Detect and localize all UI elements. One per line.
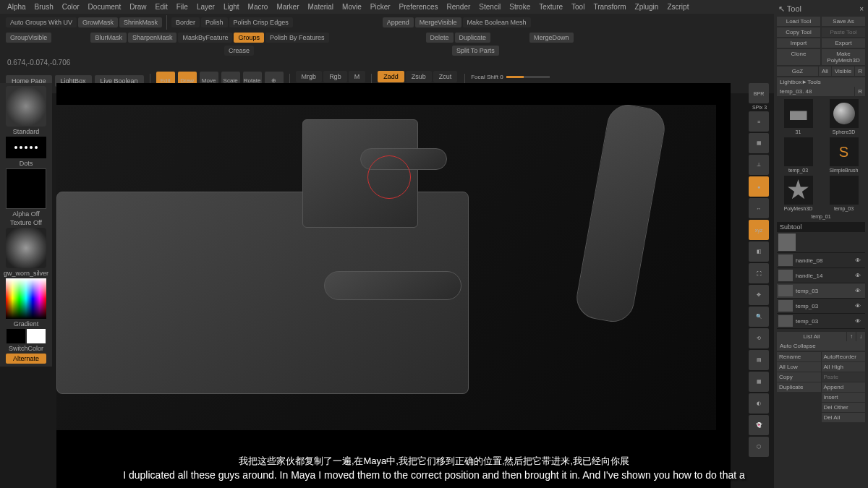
thumb-polymesh[interactable]: PolyMesh3D [777,176,820,211]
export-btn[interactable]: Export [822,38,865,48]
menu-render[interactable]: Render [447,3,471,11]
menu-zscript[interactable]: Zscript [667,3,689,11]
arrow-down-icon[interactable]: ↓ [856,332,865,341]
menu-edit[interactable]: Edit [156,3,168,11]
menu-movie[interactable]: Movie [342,3,362,11]
thumb-simplebrush[interactable]: SSimpleBrush [822,137,865,173]
subtool-item[interactable]: temp_03👁 [777,283,865,299]
ghost-icon[interactable]: 👻 [749,415,769,435]
close-icon[interactable]: × [859,5,864,13]
menu-color[interactable]: Color [62,3,80,11]
all-high[interactable]: All High [822,362,866,372]
goz-all[interactable]: All [819,67,831,76]
menu-document[interactable]: Document [88,3,122,11]
floor-icon[interactable]: ⊥ [749,155,769,175]
all-low[interactable]: All Low [777,362,821,372]
goz[interactable]: GoZ [777,67,818,76]
color-picker[interactable] [6,278,46,319]
polish-by-features[interactable]: Polish By Features [265,33,329,43]
auto-collapse[interactable]: Auto Collapse [777,341,865,351]
material-preview[interactable] [6,228,46,268]
append[interactable]: Append [383,17,414,27]
visibility-icon[interactable]: 👁 [855,303,864,309]
zcut[interactable]: Zcut [433,71,458,82]
delete-btn[interactable]: Delete [426,33,454,43]
polyf-icon[interactable]: ▦ [749,372,769,392]
border[interactable]: Border [171,17,200,27]
persp-icon[interactable]: ▦ [749,133,769,153]
auto-reorder[interactable]: AutoReorder [822,352,866,361]
dynamic-icon[interactable]: ≡ [749,111,769,132]
m-btn[interactable]: M [349,71,366,82]
linefill-icon[interactable]: ▤ [749,350,769,370]
subtool-header[interactable]: Subtool [777,222,865,232]
duplicate-subtool[interactable]: Duplicate [777,382,821,392]
menu-macro[interactable]: Macro [248,3,268,11]
thumb-temp[interactable]: temp_03 [777,137,820,173]
menu-brush[interactable]: Brush [35,3,54,11]
zsub[interactable]: Zsub [406,71,432,82]
clone-btn[interactable]: Clone [777,49,820,65]
make-polymesh[interactable]: Make PolyMesh3D [822,49,865,65]
del-all[interactable]: Del All [822,413,866,422]
transp-icon[interactable]: ◐ [749,393,769,414]
append-subtool[interactable]: Append [822,382,866,392]
load-tool[interactable]: Load Tool [777,17,820,26]
menu-alpha[interactable]: Alpha [7,3,26,11]
sharpen-mask[interactable]: SharpenMask [128,33,177,43]
menu-layer[interactable]: Layer [197,3,215,11]
split-to-parts[interactable]: Split To Parts [452,46,499,56]
copy-subtool[interactable]: Copy [777,372,821,382]
swatch-black[interactable] [7,329,25,343]
blur-mask[interactable]: BlurMask [90,33,127,43]
mask-by-feature[interactable]: MaskByFeature [178,33,232,43]
menu-transform[interactable]: Transform [593,3,626,11]
goz-r[interactable]: R [855,67,865,76]
menu-texture[interactable]: Texture [539,3,563,11]
group-visible[interactable]: GroupVisible [6,33,51,43]
subtool-item[interactable]: temp_03👁 [777,314,865,329]
thumb-current[interactable]: 31 [777,99,820,134]
goz-visible[interactable]: Visible [832,67,854,76]
menu-picker[interactable]: Picker [370,3,391,11]
frame-icon[interactable]: ⛶ [749,263,769,283]
spix[interactable]: SPix 3 [749,105,770,110]
viewport[interactable] [56,83,731,488]
menu-stroke[interactable]: Stroke [509,3,530,11]
focal-shift[interactable]: Focal Shift 0 [471,74,503,80]
menu-light[interactable]: Light [224,3,239,11]
menu-preferences[interactable]: Preferences [399,3,438,11]
menu-file[interactable]: File [176,3,188,11]
auto-groups[interactable]: Auto Groups With UV [6,17,77,27]
bpr-icon[interactable]: BPR [749,83,769,103]
grow-mask[interactable]: GrowMask [78,17,118,27]
move-view-icon[interactable]: ✥ [749,285,769,305]
menu-marker[interactable]: Marker [276,3,299,11]
duplicate-btn[interactable]: Duplicate [455,33,491,43]
menu-material[interactable]: Material [308,3,334,11]
polish[interactable]: Polish [201,17,228,27]
menu-draw[interactable]: Draw [129,3,146,11]
insert-subtool[interactable]: Insert [822,393,866,402]
thumb-temp2[interactable]: temp_03 [822,176,865,211]
rgb[interactable]: Rgb [323,71,347,82]
subtool-item[interactable]: handle_14👁 [777,268,865,283]
make-boolean[interactable]: Make Boolean Mesh [463,17,531,27]
visibility-icon[interactable]: 👁 [855,288,864,294]
zoom-icon[interactable]: 🔍 [749,307,769,327]
copy-tool[interactable]: Copy Tool [777,27,820,37]
xyz-icon[interactable]: xyz [749,220,769,240]
menu-stencil[interactable]: Stencil [479,3,501,11]
crease[interactable]: Crease [224,46,254,56]
mrgb[interactable]: Mrgb [296,71,323,82]
polish-crisp[interactable]: Polish Crisp Edges [229,17,293,27]
menu-tool[interactable]: Tool [571,3,584,11]
alpha-preview[interactable] [6,168,46,209]
merge-visible[interactable]: MergeVisible [415,17,461,27]
list-all[interactable]: List All [777,332,846,341]
thumb-sphere[interactable]: Sphere3D [822,99,865,134]
switch-color[interactable]: SwitchColor [9,345,43,352]
model-view[interactable] [56,105,716,430]
tool-r[interactable]: R [855,87,865,96]
rename[interactable]: Rename [777,352,821,361]
